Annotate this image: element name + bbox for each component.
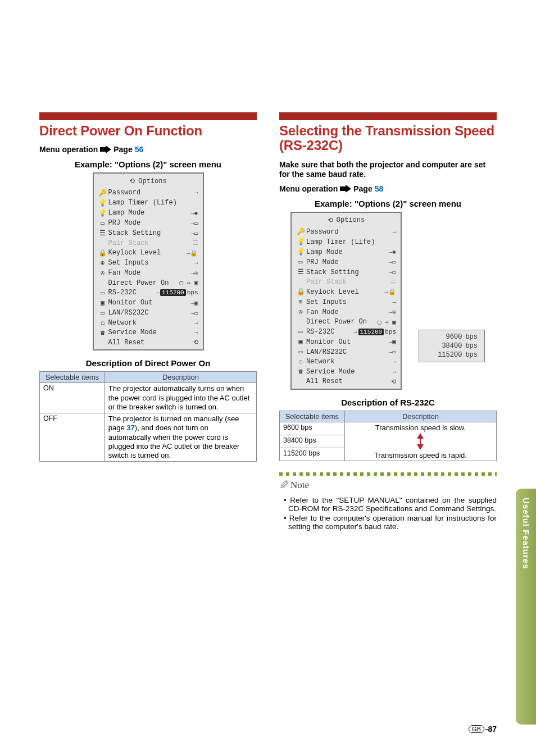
page-link[interactable]: 58 bbox=[375, 184, 384, 193]
menu-item-right: →▣ bbox=[377, 338, 396, 345]
intro-text: Make sure that both the projector and co… bbox=[279, 160, 497, 180]
menu-items: 🔑Password→💡Lamp Timer (Life)💡Lamp Mode→✺… bbox=[94, 188, 203, 347]
red-bar bbox=[39, 112, 257, 120]
menu-item-icon: ▭ bbox=[296, 258, 305, 266]
note-item: • Refer to the "SETUP MANUAL" contained … bbox=[284, 496, 497, 513]
side-tab-label: Useful Features bbox=[521, 498, 531, 570]
side-tab: Useful Features bbox=[516, 489, 536, 725]
menu-row: 🔑Password→ bbox=[94, 188, 203, 198]
menu-row: ☎Service Mode→ bbox=[292, 367, 401, 377]
menu-item-right: → 115200 bps bbox=[179, 289, 198, 296]
bps-popup: 9600bps 38400bps 115200bps bbox=[419, 330, 485, 362]
menu-item-icon: ▭ bbox=[98, 219, 107, 227]
menu-item-right: ⟲ bbox=[377, 378, 396, 385]
menu-item-icon: ▣ bbox=[98, 299, 107, 307]
menu-item-icon: 🔒 bbox=[98, 249, 107, 257]
menu-row: ⌂Network→ bbox=[292, 357, 401, 367]
menu-row: 🔑Password→ bbox=[292, 227, 401, 237]
menu-row: ✇Fan Mode→✇ bbox=[292, 307, 401, 317]
menu-row: Direct Power On▢ ⇨ ▣ bbox=[94, 278, 203, 288]
menu-item-right: →✇ bbox=[377, 308, 396, 316]
menu-row: ▭PRJ Mode→▭ bbox=[292, 257, 401, 267]
menu-item-label: Network bbox=[107, 319, 179, 327]
menu-item-right: → bbox=[377, 229, 396, 235]
menu-item-icon: 🔒 bbox=[296, 288, 305, 296]
menu-title: ⟲ Options bbox=[292, 215, 401, 227]
menu-item-right: ⟲ bbox=[179, 339, 198, 346]
menu-row: ⊕Set Inputs→ bbox=[292, 297, 401, 307]
menu-op-label: Menu operation bbox=[39, 145, 98, 154]
menu-item-icon: ⊕ bbox=[98, 259, 107, 267]
menu-item-icon: 🔑 bbox=[98, 189, 107, 197]
menu-item-label: Lamp Timer (Life) bbox=[107, 199, 179, 207]
menu-item-icon: 🔑 bbox=[296, 227, 305, 236]
menu-item-right: ▢ ⇨ ▣ bbox=[179, 279, 198, 286]
popup-row: 115200bps bbox=[420, 350, 483, 359]
menu-item-label: PRJ Mode bbox=[107, 219, 179, 227]
table-row: ON The projector automatically turns on … bbox=[40, 383, 257, 413]
table-title: Description of RS-232C bbox=[279, 398, 497, 407]
menu-item-label: Stack Setting bbox=[107, 229, 179, 237]
menu-row: ⌂Network→ bbox=[94, 318, 203, 327]
menu-row: ☎Service Mode→ bbox=[94, 327, 203, 338]
page-number: -87 bbox=[485, 725, 497, 734]
menu-row: 💡Lamp Mode→✺ bbox=[292, 247, 401, 257]
menu-item-right: →🔒 bbox=[179, 249, 198, 257]
cell-sel: 9600 bps bbox=[280, 422, 345, 435]
menu-item-right: →✇ bbox=[179, 270, 198, 277]
cell-sel: OFF bbox=[40, 413, 105, 462]
options-menu-right: ⟲ Options 🔑Password→💡Lamp Timer (Life)💡L… bbox=[290, 212, 402, 390]
th-selectable: Selectable items bbox=[40, 372, 105, 383]
menu-item-right: → bbox=[179, 320, 198, 326]
menu-operation-line: Menu operation Page 58 bbox=[279, 184, 497, 193]
menu-item-right: →✺ bbox=[179, 210, 198, 217]
menu-row: 💡Lamp Timer (Life) bbox=[292, 237, 401, 247]
cell-desc: The projector automatically turns on whe… bbox=[105, 383, 256, 413]
cell-desc: The projector is turned on manually (see… bbox=[105, 413, 256, 462]
menu-item-icon: ▣ bbox=[296, 338, 305, 346]
menu-operation-line: Menu operation Page 56 bbox=[39, 145, 257, 154]
menu-title: ⟲ Options bbox=[94, 176, 203, 188]
menu-item-label: Fan Mode bbox=[107, 269, 179, 277]
menu-row: 🔒Keylock Level→🔒 bbox=[94, 248, 203, 258]
menu-row: ▭PRJ Mode→▭ bbox=[94, 218, 203, 228]
menu-item-label: Stack Setting bbox=[305, 268, 377, 276]
menu-item-right: → bbox=[377, 299, 396, 306]
popup-row: 9600bps bbox=[420, 333, 483, 341]
menu-item-icon: 💡 bbox=[98, 209, 107, 217]
popup-row: 38400bps bbox=[420, 341, 483, 350]
menu-item-right: → bbox=[179, 189, 198, 196]
direct-power-table: Selectable items Description ON The proj… bbox=[39, 371, 257, 462]
menu-item-right: →▭ bbox=[179, 230, 198, 237]
menu-item-label: Keylock Level bbox=[107, 249, 179, 257]
menu-item-icon: ☰ bbox=[98, 229, 107, 238]
menu-item-label: Lamp Timer (Life) bbox=[305, 238, 377, 246]
page-link[interactable]: 56 bbox=[135, 145, 144, 154]
menu-item-right: →▭ bbox=[377, 258, 396, 266]
menu-item-label: LAN/RS232C bbox=[107, 309, 179, 317]
table-title: Description of Direct Power On bbox=[39, 358, 257, 368]
menu-item-right: ☰ bbox=[179, 239, 198, 247]
menu-item-label: Password bbox=[305, 228, 377, 236]
menu-item-icon: ☰ bbox=[296, 268, 305, 276]
speed-rapid-text: Transmission speed is rapid. bbox=[348, 451, 493, 459]
menu-row: ▭LAN/RS232C→▭ bbox=[94, 308, 203, 318]
note-label: Note bbox=[290, 480, 309, 491]
menu-item-right: ▢ ⇨ ▣ bbox=[377, 318, 396, 326]
table-row: 9600 bps Transmission speed is slow. Tra… bbox=[280, 422, 497, 435]
menu-item-icon: ✇ bbox=[98, 269, 107, 277]
speed-slow-text: Transmission speed is slow. bbox=[348, 423, 493, 432]
menu-item-right: →▭ bbox=[179, 220, 198, 227]
menu-item-right: →✺ bbox=[377, 248, 396, 256]
menu-item-icon: ▭ bbox=[296, 348, 305, 356]
menu-row: ▣Monitor Out→▣ bbox=[94, 298, 203, 308]
example-heading: Example: "Options (2)" screen menu bbox=[39, 160, 257, 169]
menu-item-icon: 💡 bbox=[296, 248, 305, 256]
section-heading: Direct Power On Function bbox=[39, 124, 257, 138]
menu-row: ☰Stack Setting→▭ bbox=[94, 228, 203, 238]
menu-item-label: Monitor Out bbox=[305, 338, 377, 346]
menu-item-icon: ✇ bbox=[296, 308, 305, 316]
page-link[interactable]: 37 bbox=[126, 423, 134, 432]
menu-row: ▭RS-232C→ 115200 bps bbox=[94, 288, 203, 298]
menu-item-icon: ⊕ bbox=[296, 298, 305, 306]
